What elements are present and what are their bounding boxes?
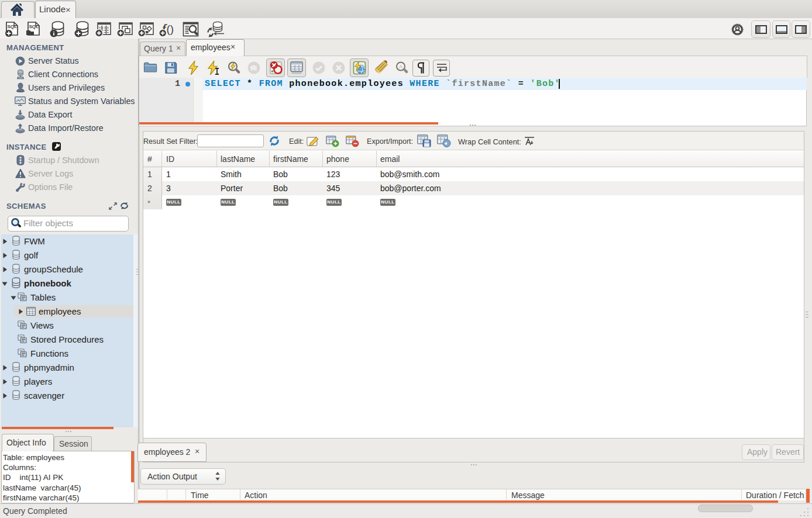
svg-text:SQL: SQL — [8, 24, 18, 29]
svg-text:SQL: SQL — [29, 24, 39, 29]
svg-text:A: A — [399, 64, 402, 70]
svg-text:(): () — [167, 23, 174, 35]
